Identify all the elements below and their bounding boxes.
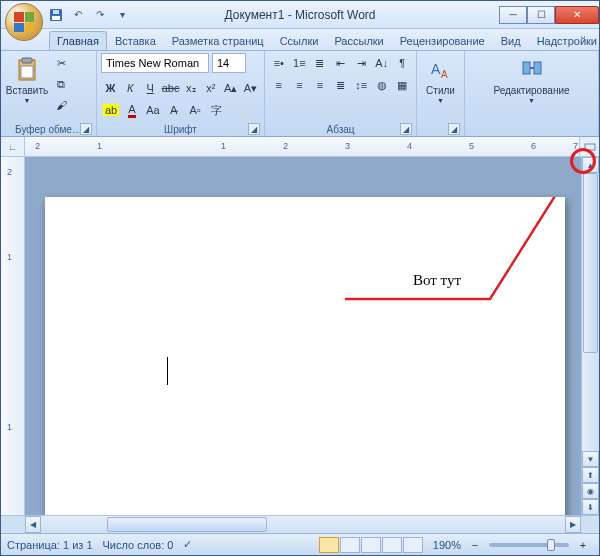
clipboard-launcher-icon[interactable]: ◢ [80,123,92,135]
vertical-scroll-thumb[interactable] [583,173,598,353]
clear-formatting-icon[interactable]: A̶ [164,100,184,120]
group-paragraph: ≡• 1≡ ≣ ⇤ ⇥ A↓ ¶ ≡ ≡ ≡ ≣ ↕≡ ◍ ▦ [265,51,417,136]
tab-page-layout[interactable]: Разметка страниц [164,31,272,50]
document-viewport[interactable]: Вот тут [25,157,581,515]
full-screen-view-icon[interactable] [340,537,360,553]
tab-references[interactable]: Ссылки [272,31,327,50]
minimize-button[interactable]: ─ [499,6,527,24]
tab-mailings[interactable]: Рассылки [326,31,391,50]
word-window: ↶ ↷ ▾ Документ1 - Microsoft Word ─ ☐ ✕ Г… [0,0,600,556]
show-hide-icon[interactable]: ¶ [392,53,412,73]
zoom-slider[interactable] [489,543,569,547]
save-icon[interactable] [47,6,65,24]
ruler-horizontal-area: ∟ 2 1 1 2 3 4 5 6 7 [1,137,599,157]
change-case-button[interactable]: Aa [143,100,163,120]
group-styles: AA Стили ▼ ◢ [417,51,465,136]
numbering-icon[interactable]: 1≡ [290,53,310,73]
horizontal-scrollbar[interactable]: ◀ ▶ [25,515,581,533]
superscript-button[interactable]: x² [201,78,220,98]
scroll-left-icon[interactable]: ◀ [25,516,41,533]
close-button[interactable]: ✕ [555,6,599,24]
copy-icon[interactable]: ⧉ [51,74,71,94]
sort-icon[interactable]: A↓ [372,53,392,73]
grow-font-icon[interactable]: A▴ [221,78,240,98]
draft-view-icon[interactable] [403,537,423,553]
undo-icon[interactable]: ↶ [69,6,87,24]
align-right-icon[interactable]: ≡ [310,75,330,95]
browse-object-icon[interactable]: ◉ [582,483,599,499]
prev-page-icon[interactable]: ⬆ [582,467,599,483]
maximize-button[interactable]: ☐ [527,6,555,24]
font-name-combo[interactable] [101,53,209,73]
svg-rect-9 [534,62,541,74]
zoom-level[interactable]: 190% [433,539,461,551]
vertical-scrollbar[interactable]: ▲ ▼ ⬆ ◉ ⬇ [581,157,599,515]
cut-icon[interactable]: ✂ [51,53,71,73]
multilevel-list-icon[interactable]: ≣ [310,53,330,73]
tab-selector[interactable]: ∟ [1,137,25,156]
paste-button[interactable]: Вставить ▼ [5,53,49,123]
language-status-icon[interactable]: ✓ [183,538,192,551]
status-bar: Страница: 1 из 1 Число слов: 0 ✓ 190% − … [1,533,599,555]
borders-icon[interactable]: ▦ [392,75,412,95]
tab-addins[interactable]: Надстройки [529,31,600,50]
tab-review[interactable]: Рецензирование [392,31,493,50]
align-left-icon[interactable]: ≡ [269,75,289,95]
ruler-vertical[interactable]: 2 1 1 [1,157,25,515]
font-size-combo[interactable] [212,53,246,73]
web-layout-view-icon[interactable] [361,537,381,553]
document-page[interactable]: Вот тут [45,197,565,515]
bold-button[interactable]: Ж [101,78,120,98]
annotation-arrow [45,197,565,515]
group-paragraph-label: Абзац [326,124,354,135]
font-launcher-icon[interactable]: ◢ [248,123,260,135]
tab-home[interactable]: Главная [49,31,107,50]
phonetic-guide-icon[interactable]: 字 [206,100,226,120]
justify-icon[interactable]: ≣ [331,75,351,95]
subscript-button[interactable]: x₂ [181,78,200,98]
status-word-count[interactable]: Число слов: 0 [103,539,174,551]
horizontal-scrollbar-area: ◀ ▶ [1,515,599,533]
tab-insert[interactable]: Вставка [107,31,164,50]
qat-customize-icon[interactable]: ▾ [113,6,131,24]
highlight-color-icon[interactable]: ab [101,100,121,120]
align-center-icon[interactable]: ≡ [290,75,310,95]
redo-icon[interactable]: ↷ [91,6,109,24]
styles-launcher-icon[interactable]: ◢ [448,123,460,135]
strikethrough-button[interactable]: abc [161,78,181,98]
char-border-icon[interactable]: A▫ [185,100,205,120]
ruler-toggle-button[interactable] [579,137,599,156]
annotation-text: Вот тут [413,272,461,289]
underline-button[interactable]: Ч [141,78,160,98]
zoom-out-icon[interactable]: − [465,535,485,555]
zoom-slider-knob[interactable] [547,539,555,551]
shrink-font-icon[interactable]: A▾ [241,78,260,98]
title-bar: ↶ ↷ ▾ Документ1 - Microsoft Word ─ ☐ ✕ [1,1,599,29]
editing-button[interactable]: Редактирование ▼ [487,53,577,134]
print-layout-view-icon[interactable] [319,537,339,553]
shading-icon[interactable]: ◍ [372,75,392,95]
scroll-up-icon[interactable]: ▲ [582,157,599,173]
scroll-down-icon[interactable]: ▼ [582,451,599,467]
svg-text:A: A [441,69,448,80]
status-page[interactable]: Страница: 1 из 1 [7,539,93,551]
line-spacing-icon[interactable]: ↕≡ [351,75,371,95]
increase-indent-icon[interactable]: ⇥ [351,53,371,73]
bullets-icon[interactable]: ≡• [269,53,289,73]
paragraph-launcher-icon[interactable]: ◢ [400,123,412,135]
next-page-icon[interactable]: ⬇ [582,499,599,515]
horizontal-scroll-thumb[interactable] [107,517,267,532]
svg-rect-8 [523,62,530,74]
tab-view[interactable]: Вид [493,31,529,50]
format-painter-icon[interactable]: 🖌 [51,95,71,115]
svg-text:A: A [431,61,441,77]
italic-button[interactable]: К [121,78,140,98]
decrease-indent-icon[interactable]: ⇤ [331,53,351,73]
zoom-in-icon[interactable]: + [573,535,593,555]
office-button[interactable] [5,3,43,41]
scroll-right-icon[interactable]: ▶ [565,516,581,533]
styles-button[interactable]: AA Стили ▼ [421,53,460,134]
font-color-icon[interactable]: A [122,100,142,120]
outline-view-icon[interactable] [382,537,402,553]
ruler-horizontal[interactable]: 2 1 1 2 3 4 5 6 7 [25,137,579,156]
